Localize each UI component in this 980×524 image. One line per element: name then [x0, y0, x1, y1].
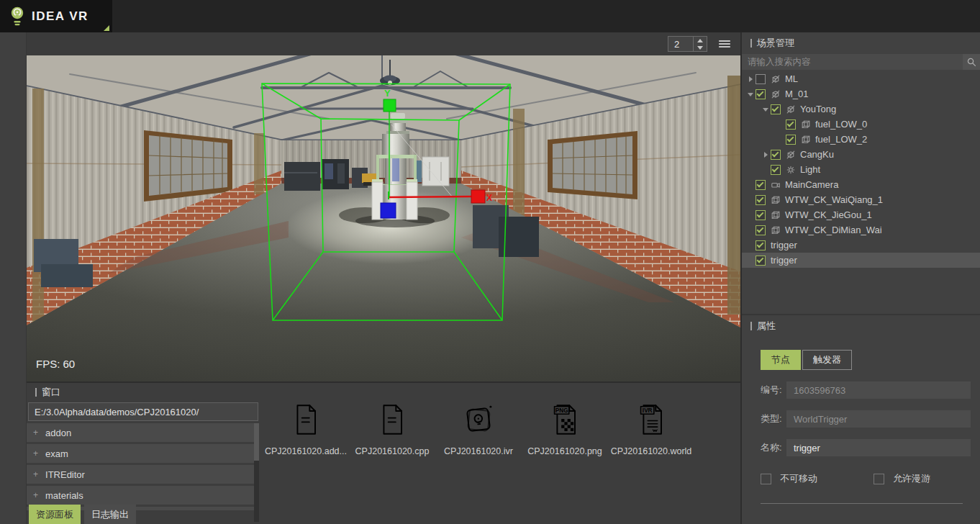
tree-row[interactable]: fuel_LOW_0 — [742, 117, 980, 132]
tool-button[interactable] — [523, 7, 542, 26]
file-item[interactable]: CPJ20161020.add... — [263, 400, 349, 456]
tool-button[interactable] — [458, 7, 477, 26]
property-input[interactable]: WorldTrigger — [786, 410, 971, 428]
tree-row[interactable]: CangKu — [742, 147, 980, 162]
tree-node-label: M_01 — [785, 89, 809, 99]
tree-checkbox[interactable] — [756, 240, 766, 250]
expand-plus-icon[interactable]: + — [33, 490, 38, 500]
sidebar-button[interactable] — [5, 286, 21, 302]
tree-row[interactable]: MainCamera — [742, 177, 980, 192]
tree-checkbox[interactable] — [756, 89, 766, 99]
tree-row[interactable]: ML — [742, 71, 980, 86]
spinner-value[interactable]: 2 — [668, 36, 694, 52]
tree-expand-arrow[interactable] — [776, 117, 786, 132]
sidebar-button[interactable] — [5, 215, 21, 231]
tree-checkbox[interactable] — [756, 195, 766, 205]
sidebar-button[interactable] — [5, 180, 21, 196]
viewport-canvas[interactable]: Y X FPS: 60 — [27, 55, 740, 381]
file-item[interactable]: PNG CPJ20161020.png — [522, 400, 608, 456]
tree-expand-arrow[interactable] — [746, 253, 756, 268]
path-input[interactable] — [28, 402, 258, 421]
spinner-down-button[interactable] — [694, 44, 707, 51]
tool-button[interactable] — [491, 7, 509, 26]
folder-row[interactable]: + exam — [27, 444, 254, 463]
expand-plus-icon[interactable]: + — [33, 448, 38, 458]
sidebar-button[interactable] — [5, 356, 21, 372]
tree-checkbox[interactable] — [756, 210, 766, 220]
tree-row[interactable]: M_01 — [742, 86, 980, 101]
file-doc-icon — [373, 400, 412, 439]
sidebar-button[interactable] — [5, 39, 21, 55]
tree-expand-arrow[interactable] — [746, 192, 756, 207]
bottom-tab[interactable]: 日志输出 — [84, 505, 136, 524]
tree-row[interactable]: YouTong — [742, 101, 980, 117]
expand-plus-icon[interactable]: + — [33, 469, 38, 479]
spinner-up-button[interactable] — [694, 37, 707, 44]
sidebar-button[interactable] — [5, 321, 21, 337]
tree-checkbox[interactable] — [771, 150, 781, 160]
tree-expand-arrow[interactable] — [746, 86, 756, 101]
tree-row[interactable]: trigger — [742, 253, 980, 268]
tree-checkbox[interactable] — [756, 225, 766, 235]
properties-tab[interactable]: 节点 — [761, 350, 801, 370]
tree-row[interactable]: WTW_CK_JieGou_1 — [742, 207, 980, 222]
expand-plus-icon[interactable]: + — [33, 428, 38, 438]
sidebar-button[interactable] — [5, 74, 21, 90]
tree-row[interactable]: trigger — [742, 238, 980, 253]
viewport-toolbar-button[interactable] — [563, 35, 580, 53]
logo-corner-accent — [104, 25, 109, 31]
search-icon[interactable] — [963, 54, 980, 70]
tool-button[interactable] — [426, 7, 445, 26]
folder-row[interactable]: + ITREditor — [27, 465, 254, 484]
search-input[interactable] — [742, 54, 963, 70]
folder-scrollbar[interactable] — [254, 423, 259, 522]
app-logo[interactable]: IDEA VR — [0, 0, 112, 32]
tree-checkbox[interactable] — [756, 74, 766, 84]
sidebar-button[interactable] — [5, 250, 21, 266]
window-button[interactable] — [957, 7, 976, 26]
property-input[interactable]: trigger — [786, 439, 971, 456]
tree-checkbox[interactable] — [756, 256, 766, 266]
folder-row[interactable]: + materials — [27, 486, 254, 505]
properties-divider — [761, 503, 963, 504]
file-item[interactable]: IVR CPJ20161020.world — [608, 400, 694, 456]
tree-expand-arrow[interactable] — [761, 147, 771, 162]
viewport-toolbar-button[interactable] — [640, 35, 658, 53]
option-checkbox[interactable] — [874, 474, 884, 484]
viewport-toolbar-button[interactable] — [589, 35, 606, 53]
tree-row[interactable]: Light — [742, 162, 980, 177]
bottom-tab[interactable]: 资源面板 — [29, 505, 81, 524]
viewport-menu-icon[interactable] — [716, 35, 733, 53]
property-input[interactable]: 1603596763 — [786, 381, 971, 399]
tree-row[interactable]: WTW_CK_WaiQiang_1 — [742, 192, 980, 207]
tree-expand-arrow[interactable] — [761, 162, 771, 177]
option-checkbox[interactable] — [761, 474, 771, 484]
file-name: CPJ20161020.ivr — [444, 446, 513, 456]
file-item[interactable]: CPJ20161020.cpp — [349, 400, 435, 456]
window-button[interactable] — [933, 7, 951, 26]
file-item[interactable]: CPJ20161020.ivr — [435, 400, 522, 456]
viewport-toolbar-button[interactable] — [614, 35, 632, 53]
tree-expand-arrow[interactable] — [746, 222, 756, 238]
tree-checkbox[interactable] — [756, 180, 766, 190]
sidebar-button[interactable] — [5, 145, 21, 161]
tree-checkbox[interactable] — [786, 135, 796, 145]
tree-expand-arrow[interactable] — [761, 101, 771, 117]
sidebar-button[interactable] — [5, 109, 21, 125]
tree-row[interactable]: fuel_LOW_2 — [742, 132, 980, 147]
tree-checkbox[interactable] — [786, 119, 796, 130]
option-checkbox-group[interactable]: 允许漫游 — [874, 472, 930, 485]
tree-row[interactable]: WTW_CK_DiMian_Wai — [742, 222, 980, 238]
option-checkbox-group[interactable]: 不可移动 — [761, 472, 817, 485]
properties-tab[interactable]: 触发器 — [802, 350, 852, 370]
tree-expand-arrow[interactable] — [746, 207, 756, 222]
window-button[interactable] — [908, 7, 927, 26]
tree-checkbox[interactable] — [771, 104, 781, 114]
tree-expand-arrow[interactable] — [746, 177, 756, 192]
tree-expand-arrow[interactable] — [746, 238, 756, 253]
folder-row[interactable]: + addon — [27, 423, 254, 442]
tree-expand-arrow[interactable] — [746, 71, 756, 86]
tree-expand-arrow[interactable] — [776, 132, 786, 147]
tool-button[interactable] — [555, 7, 574, 26]
tree-checkbox[interactable] — [771, 165, 781, 175]
